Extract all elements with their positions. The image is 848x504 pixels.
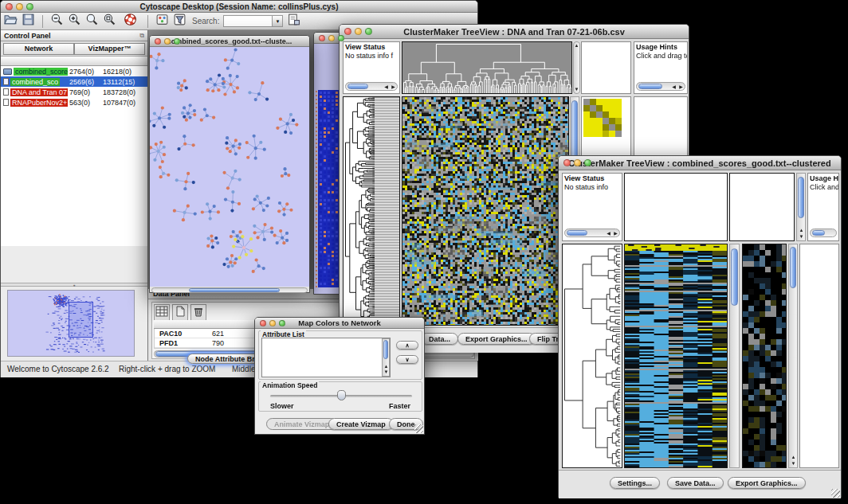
network-canvas-1[interactable] xyxy=(150,47,309,287)
network-list-row[interactable]: combined_sco 2569(6) 13112(15) xyxy=(1,76,147,87)
move-attribute-up-button[interactable]: ∧ xyxy=(396,341,418,350)
minimize-button[interactable] xyxy=(574,159,581,166)
scroll-left-icon[interactable]: ◀ xyxy=(605,231,612,236)
close-button[interactable] xyxy=(563,159,571,166)
tv1-row-dendrogram-canvas[interactable] xyxy=(344,97,399,325)
tv2-genes-vscrollbar[interactable]: ▲ ▼ xyxy=(788,244,798,468)
scroll-left-icon[interactable]: ◀ xyxy=(670,84,677,90)
save-session-icon[interactable] xyxy=(22,13,35,29)
zoom-button[interactable] xyxy=(174,38,180,45)
scroll-down-icon[interactable]: ▼ xyxy=(798,234,805,240)
main-titlebar[interactable]: Cytoscape Desktop (Session Name: collins… xyxy=(1,1,477,13)
select-attributes-icon[interactable] xyxy=(154,304,170,322)
network-window-1-hscrollbar[interactable] xyxy=(151,287,308,293)
treeview-combined-titlebar[interactable]: ClusterMaker TreeView : combined_scores_… xyxy=(559,156,841,170)
tv1-column-dendrogram-canvas[interactable] xyxy=(402,42,571,93)
close-button[interactable] xyxy=(344,28,351,35)
tv2-usage-hints-hscroll-thumb[interactable] xyxy=(812,230,825,236)
tv2-zoom-heatmap-canvas[interactable] xyxy=(743,244,786,467)
tv2-settings-button[interactable]: Settings... xyxy=(610,477,660,489)
tv1-summary-heatmap-canvas[interactable] xyxy=(583,99,622,137)
scroll-down-icon[interactable]: ▼ xyxy=(573,87,580,92)
resize-grip[interactable] xyxy=(414,424,423,433)
vizmap-panel-icon[interactable] xyxy=(155,13,169,29)
map-colors-titlebar[interactable]: Map Colors to Network xyxy=(255,318,424,329)
tv2-export-graphics-button[interactable]: Export Graphics... xyxy=(728,477,806,489)
treeview-dna-titlebar[interactable]: ClusterMaker TreeView : DNA and Tran 07-… xyxy=(340,25,689,39)
help-lifebuoy-icon[interactable] xyxy=(124,13,137,29)
zoom-out-icon[interactable] xyxy=(50,13,64,29)
tv2-heatmap-vscrollbar[interactable] xyxy=(729,244,740,468)
scroll-up-icon[interactable]: ▲ xyxy=(798,228,805,233)
animate-vizmap-button[interactable]: Animate Vizmap xyxy=(266,418,337,430)
network-overview-panel[interactable] xyxy=(7,290,135,357)
tv1-view-status-hscroll-thumb[interactable] xyxy=(347,84,368,89)
zoom-button[interactable] xyxy=(338,35,344,41)
minimize-button[interactable] xyxy=(355,28,362,35)
tv2-heatmap-canvas[interactable] xyxy=(625,244,727,467)
scroll-right-icon[interactable]: ▶ xyxy=(612,231,619,236)
move-attribute-down-button[interactable]: ∨ xyxy=(396,355,418,364)
tv2-usage-hints-hscrollbar[interactable] xyxy=(810,229,837,237)
minimize-button[interactable] xyxy=(328,35,335,41)
zoom-selected-icon[interactable] xyxy=(103,13,116,29)
search-dropdown-icon[interactable]: ▼ xyxy=(273,15,283,27)
animation-speed-slider-thumb[interactable] xyxy=(337,390,346,400)
tv2-heatmap-vscroll-thumb[interactable] xyxy=(731,248,738,306)
tv1-usage-hints-hscroll-thumb[interactable] xyxy=(638,84,662,89)
configure-search-icon[interactable] xyxy=(287,13,300,29)
network-list-row[interactable]: RNAPuberNov2+ 563(0) 107847(0) xyxy=(1,97,147,107)
scroll-up-icon[interactable]: ▲ xyxy=(383,364,390,369)
tv2-row-dendrogram-canvas[interactable] xyxy=(563,244,622,467)
attribute-list-vscroll-thumb[interactable] xyxy=(383,340,388,359)
tv1-view-status-hscrollbar[interactable]: ◀ ▶ xyxy=(345,82,398,91)
zoom-fit-icon[interactable] xyxy=(85,13,99,29)
zoom-in-icon[interactable] xyxy=(68,13,81,29)
scroll-right-icon[interactable]: ▶ xyxy=(390,84,397,90)
tv1-mini-vscrollbar[interactable]: ▲ ▼ xyxy=(573,41,580,94)
network-window-1-titlebar[interactable]: combined_scores_good.txt--cluste... xyxy=(150,36,309,47)
control-panel-tab[interactable]: VizMapper™ xyxy=(74,43,145,55)
create-vizmap-button[interactable]: Create Vizmap xyxy=(328,418,394,430)
zoom-button[interactable] xyxy=(584,159,591,166)
tv1-heatmap-canvas[interactable] xyxy=(402,97,568,325)
tv2-labels-vscroll-thumb[interactable] xyxy=(798,177,804,218)
tv2-save-data-button[interactable]: Save Data... xyxy=(667,477,724,489)
filter-icon[interactable] xyxy=(173,13,186,29)
close-button[interactable] xyxy=(155,38,161,45)
zoom-button[interactable] xyxy=(365,28,372,35)
tv2-column-dendrogram-panel[interactable] xyxy=(624,173,728,241)
float-panel-icon[interactable]: ⧉ xyxy=(139,32,144,40)
close-button[interactable] xyxy=(319,35,325,41)
open-session-icon[interactable] xyxy=(4,13,18,29)
tv2-view-status-hscrollbar[interactable]: ◀ ▶ xyxy=(564,229,620,237)
scroll-up-icon[interactable]: ▲ xyxy=(573,43,580,49)
control-panel-tab[interactable]: Network xyxy=(3,43,74,55)
scroll-right-icon[interactable]: ▶ xyxy=(677,84,685,90)
network-window-1-hscroll-thumb[interactable] xyxy=(189,288,280,292)
network-overview-canvas[interactable] xyxy=(8,291,134,356)
tv2-view-status-hscroll-thumb[interactable] xyxy=(567,230,587,236)
network-list-row[interactable]: DNA and Tran 07 769(0) 183728(0) xyxy=(1,87,147,97)
tv2-genes-vscroll-thumb[interactable] xyxy=(790,247,796,288)
minimize-button[interactable] xyxy=(164,38,171,45)
zoom-button[interactable] xyxy=(279,320,285,326)
delete-attribute-icon[interactable] xyxy=(190,304,206,322)
tv2-labels-vscrollbar[interactable]: ▲ ▼ xyxy=(796,173,806,241)
tv1-usage-hints-hscrollbar[interactable]: ◀ ▶ xyxy=(636,82,685,91)
scroll-left-icon[interactable]: ◀ xyxy=(383,84,390,90)
zoom-button[interactable] xyxy=(26,3,33,10)
network-list-row[interactable]: combined_scores 2764(0) 16218(0) xyxy=(1,66,147,76)
minimize-button[interactable] xyxy=(16,3,23,10)
close-button[interactable] xyxy=(260,320,266,326)
tv1-export-graphics-button[interactable]: Export Graphics... xyxy=(457,333,536,345)
new-attribute-icon[interactable] xyxy=(172,304,188,322)
scroll-down-icon[interactable]: ▼ xyxy=(790,461,797,467)
scroll-up-icon[interactable]: ▲ xyxy=(790,455,797,460)
scroll-down-icon[interactable]: ▼ xyxy=(383,369,390,375)
minimize-button[interactable] xyxy=(269,320,276,326)
attribute-list-vscrollbar[interactable]: ▲ ▼ xyxy=(382,338,390,377)
search-input[interactable] xyxy=(223,15,273,27)
tv1-save-data-button[interactable]: Data... xyxy=(421,333,458,345)
overview-splitter[interactable]: ● xyxy=(1,283,147,287)
